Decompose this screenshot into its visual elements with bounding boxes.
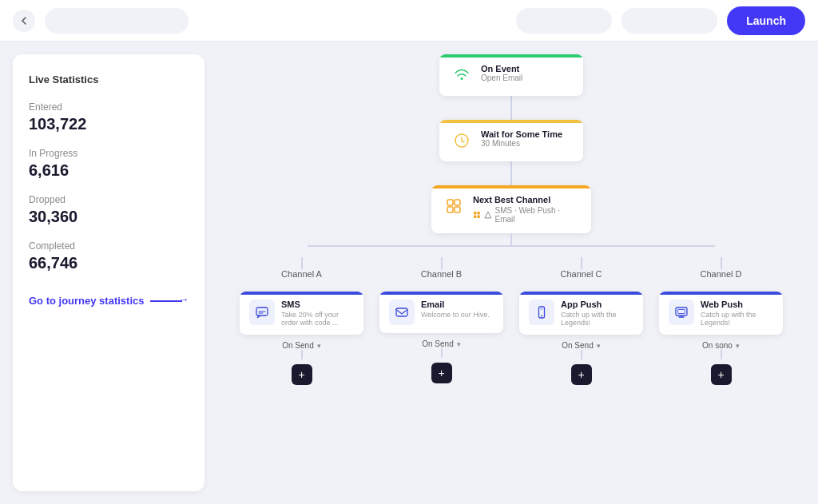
chevron-d: ▾ [736,342,740,350]
on-send-d[interactable]: On sono ▾ [702,341,740,350]
wifi-icon [451,64,473,86]
on-send-a-badge: On Send [282,341,313,350]
drop-a [301,257,303,269]
chevron-c: ▾ [597,342,601,350]
channel-col-a-label: Channel A [232,257,371,285]
svg-rect-9 [477,215,479,217]
svg-rect-12 [396,308,407,316]
svg-rect-17 [678,310,685,314]
sms-icon [255,305,269,319]
email-title: Email [421,300,490,309]
conn-d-bot [721,350,722,359]
stat-completed-value: 66,746 [29,254,189,272]
wait-type: Wait for Some Time [481,129,562,139]
add-btn-b[interactable]: + [431,363,452,383]
svg-rect-5 [455,207,460,212]
svg-point-14 [541,315,542,317]
wait-subtype: 30 Minutes [481,139,562,148]
nbc-icon [443,195,465,217]
stat-entered-label: Entered [29,101,189,113]
on-event-subtype: Open Email [481,73,522,82]
connector-2 [510,161,512,185]
svg-rect-7 [477,212,479,214]
svg-marker-10 [485,212,491,218]
drop-c [581,257,582,269]
chevron-a: ▾ [317,342,321,350]
on-send-c[interactable]: On Send ▾ [562,341,600,350]
sms-sub: Take 20% off your order with code ... [281,311,354,327]
on-send-c-badge: On Send [562,341,593,350]
node-nbc[interactable]: Next Best Channel SMS · Web [431,185,591,233]
channel-col-d-label: Channel D [651,257,791,285]
topbar-pill-2 [621,8,717,34]
on-event-type: On Event [481,64,522,73]
webpush-icon [674,305,689,319]
on-send-a[interactable]: On Send ▾ [282,341,320,350]
sidebar: Live Statistics Entered 103,722 In Progr… [13,54,204,491]
stat-inprogress: In Progress 6,616 [29,148,189,180]
svg-rect-2 [447,200,453,205]
svg-rect-15 [541,309,543,310]
channel-col-c-label: Channel C [511,257,651,285]
on-send-b-badge: On Send [422,339,453,348]
on-send-b[interactable]: On Send ▾ [422,339,460,348]
stat-dropped-label: Dropped [29,194,189,205]
channel-d-label: Channel D [701,269,742,279]
apppush-icon-wrap [529,300,554,325]
channel-c-label: Channel C [561,269,602,279]
apppush-icon [534,305,549,319]
drop-d [721,257,722,269]
stat-inprogress-value: 6,616 [29,161,189,180]
apppush-sub: Catch up with the Legends! [561,311,633,327]
add-btn-a[interactable]: + [292,364,312,385]
canvas: On Event Open Email W [204,42,818,504]
stat-entered-value: 103,722 [29,115,189,133]
channel-card-webpush[interactable]: Web Push Catch up with the Legends! [659,292,783,335]
nbc-sub-icon2 [484,211,492,219]
add-btn-d[interactable]: + [711,364,732,385]
channel-a-label: Channel A [281,269,322,279]
conn-a-bot [301,350,303,359]
sms-title: SMS [281,300,354,309]
stat-inprogress-label: In Progress [29,148,189,159]
channel-b: Email Welcome to our Hive. On Send ▾ + [371,292,511,383]
stat-completed: Completed 66,746 [29,240,189,272]
nbc-sub-icon1 [473,211,481,219]
channel-b-label: Channel B [421,269,462,279]
topbar-title-pill [45,8,189,34]
node-on-event[interactable]: On Event Open Email [439,54,583,96]
launch-button[interactable]: Launch [727,6,805,35]
email-icon-wrap [389,300,415,325]
webpush-sub: Catch up with the Legends! [701,311,773,327]
email-sub: Welcome to our Hive. [421,311,490,319]
main-layout: Live Statistics Entered 103,722 In Progr… [0,42,818,504]
connector-1 [510,96,512,120]
stat-completed-label: Completed [29,240,189,252]
apppush-title: App Push [561,300,633,309]
channel-d: Web Push Catch up with the Legends! On s… [651,292,791,385]
svg-rect-6 [474,212,476,214]
drop-b [441,257,443,269]
flow-diagram: On Event Open Email W [217,54,805,401]
back-button[interactable] [13,10,35,32]
add-btn-c[interactable]: + [571,364,592,385]
topbar-pill-1 [516,8,612,34]
channel-label-row: Channel A Channel B Channel C Channel D [217,257,805,285]
arrow-icon [150,300,182,302]
clock-icon [451,129,473,152]
channel-card-email[interactable]: Email Welcome to our Hive. [379,292,503,333]
stat-dropped: Dropped 30,360 [29,194,189,226]
svg-point-0 [461,77,463,80]
node-wait[interactable]: Wait for Some Time 30 Minutes [439,120,583,161]
channel-card-sms[interactable]: SMS Take 20% off your order with code ..… [240,292,363,335]
channel-card-apppush[interactable]: App Push Catch up with the Legends! [519,292,643,335]
stat-dropped-value: 30,360 [29,208,189,226]
channel-a: SMS Take 20% off your order with code ..… [232,292,371,385]
conn-c-bot [581,350,582,359]
svg-rect-4 [447,207,453,212]
svg-rect-3 [455,200,460,205]
journey-link[interactable]: Go to journey statistics [29,295,189,307]
channel-col-b-label: Channel B [371,257,511,285]
sms-icon-wrap [249,300,275,325]
webpush-icon-wrap [669,300,694,325]
